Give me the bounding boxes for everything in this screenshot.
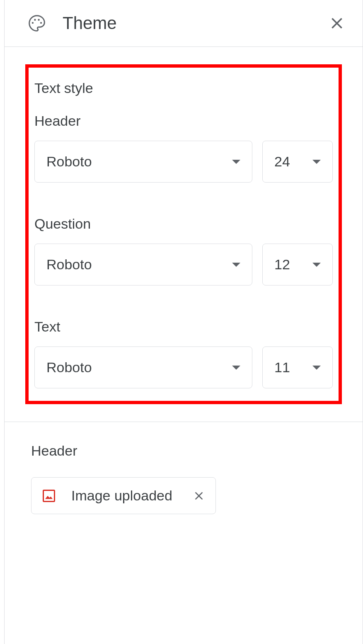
question-field-label: Question xyxy=(34,216,333,232)
header-image-section: Header Image uploaded xyxy=(5,422,363,514)
header-field-label: Header xyxy=(34,113,333,129)
text-style-label: Text style xyxy=(33,80,334,96)
close-icon xyxy=(192,489,206,503)
header-section-label: Header xyxy=(31,443,336,459)
text-font-field: Text Roboto 11 xyxy=(33,319,334,388)
text-field-label: Text xyxy=(34,319,333,335)
close-icon xyxy=(328,14,346,32)
remove-image-button[interactable] xyxy=(192,489,206,503)
header-size-select[interactable]: 24 xyxy=(262,141,333,183)
palette-icon xyxy=(28,14,46,32)
header-font-field: Header Roboto 24 xyxy=(33,113,334,183)
theme-panel: Theme Text style Header Roboto 24 Q xyxy=(4,0,363,644)
question-font-select[interactable]: Roboto xyxy=(34,244,252,285)
image-upload-chip[interactable]: Image uploaded xyxy=(31,477,216,514)
chevron-down-icon xyxy=(232,160,240,164)
svg-point-1 xyxy=(34,19,36,21)
question-size-select[interactable]: 12 xyxy=(262,244,333,285)
svg-point-0 xyxy=(32,22,34,24)
question-select-row: Roboto 12 xyxy=(34,244,333,285)
question-font-value: Roboto xyxy=(46,256,92,273)
header-size-value: 24 xyxy=(274,154,290,170)
question-size-value: 12 xyxy=(274,256,290,273)
svg-point-2 xyxy=(38,19,39,21)
image-icon xyxy=(41,488,56,503)
panel-header: Theme xyxy=(5,0,363,47)
header-font-select[interactable]: Roboto xyxy=(34,141,252,183)
chevron-down-icon xyxy=(312,263,321,267)
text-font-value: Roboto xyxy=(46,359,92,376)
header-font-value: Roboto xyxy=(46,154,92,170)
chevron-down-icon xyxy=(312,366,321,370)
chevron-down-icon xyxy=(312,160,321,164)
text-size-select[interactable]: 11 xyxy=(262,346,333,388)
text-size-value: 11 xyxy=(274,359,290,376)
text-font-select[interactable]: Roboto xyxy=(34,346,252,388)
svg-point-3 xyxy=(40,22,42,24)
chevron-down-icon xyxy=(232,263,240,267)
question-font-field: Question Roboto 12 xyxy=(33,216,334,285)
panel-title: Theme xyxy=(63,13,328,33)
text-style-section: Text style Header Roboto 24 Question Rob… xyxy=(25,64,342,404)
upload-status-text: Image uploaded xyxy=(71,488,172,504)
text-select-row: Roboto 11 xyxy=(34,346,333,388)
chevron-down-icon xyxy=(232,366,240,370)
svg-rect-4 xyxy=(44,490,55,501)
header-select-row: Roboto 24 xyxy=(34,141,333,183)
close-button[interactable] xyxy=(328,14,346,32)
